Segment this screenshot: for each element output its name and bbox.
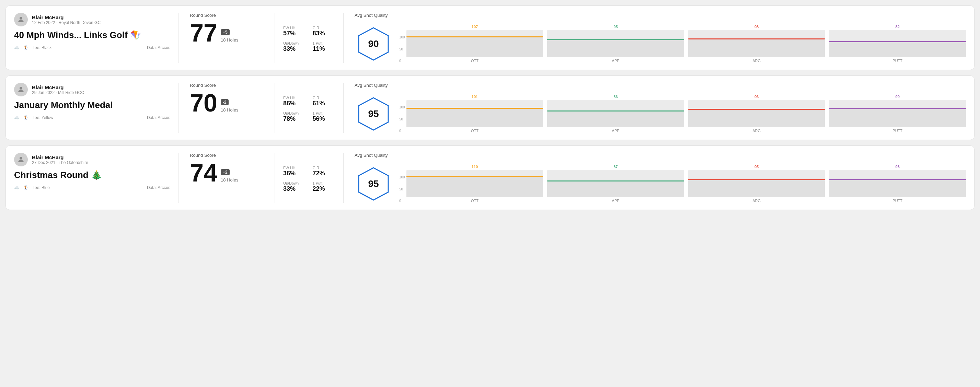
score-row: 74 +2 18 Holes <box>190 160 264 185</box>
fw-hit-stat: FW Hit 86% <box>283 96 306 107</box>
gir-value: 83% <box>313 30 336 37</box>
data-source: Data: Arccos <box>147 115 170 120</box>
bar-label-ott: OTT <box>471 59 479 63</box>
bar-line-app <box>547 39 684 40</box>
bar-label-putt: PUTT <box>892 128 902 133</box>
bottom-meta: ☁️ 🏌️ Tee: Blue Data: Arccos <box>14 185 170 190</box>
bar-fill-app <box>547 181 684 197</box>
holes-label: 18 Holes <box>221 107 238 113</box>
hexagon-container: 95 <box>355 165 392 203</box>
bar-value-app: 87 <box>613 165 617 169</box>
bottom-meta: ☁️ 🏌️ Tee: Black Data: Arccos <box>14 45 170 50</box>
bar-fill-app <box>547 40 684 57</box>
updown-stat: Up/Down 33% <box>283 181 306 192</box>
bar-fill-putt <box>829 180 966 197</box>
updown-value: 33% <box>283 185 306 192</box>
avatar <box>14 153 28 167</box>
score-section: Round Score 70 -2 18 Holes <box>179 82 275 133</box>
hexagon: 95 <box>356 97 391 131</box>
bar-value-ott: 107 <box>472 25 478 29</box>
bar-wrapper-arg <box>688 170 825 197</box>
bar-value-putt: 82 <box>896 25 900 29</box>
oneputt-stat: 1 Putt 56% <box>313 111 336 122</box>
bar-fill-ott <box>406 109 543 127</box>
svg-point-4 <box>19 157 22 160</box>
avatar <box>14 82 28 97</box>
hexagon-container: 95 <box>355 95 392 133</box>
left-section: Blair McHarg 27 Dec 2021 · The Oxfordshi… <box>14 153 179 203</box>
bar-line-ott <box>406 36 543 37</box>
stats-grid: FW Hit 36% GIR 72% Up/Down 33% 1 Putt 22… <box>283 166 335 192</box>
oneputt-label: 1 Putt <box>313 41 336 45</box>
right-section: Avg Shot Quality 90 100 50 0 107 <box>344 13 966 63</box>
bar-label-putt: PUTT <box>892 59 902 63</box>
bar-line-putt <box>829 108 966 109</box>
holes-label: 18 Holes <box>221 37 238 43</box>
fw-hit-value: 36% <box>283 170 306 177</box>
stats-section: FW Hit 86% GIR 61% Up/Down 78% 1 Putt 56… <box>275 82 344 133</box>
bar-label-ott: OTT <box>471 128 479 133</box>
data-source: Data: Arccos <box>147 185 170 190</box>
bar-group-app: 86 APP <box>547 95 684 133</box>
round-title: Christmas Round 🎄 <box>14 170 170 181</box>
gir-stat: GIR 61% <box>313 96 336 107</box>
bar-label-arg: ARG <box>752 199 760 203</box>
hexagon: 95 <box>356 167 391 201</box>
bar-label-app: APP <box>612 59 620 63</box>
big-score: 70 <box>190 90 217 115</box>
chart-area: 95 100 50 0 110 OTT 87 <box>355 165 966 203</box>
left-section: Blair McHarg 12 Feb 2022 · Royal North D… <box>14 13 179 63</box>
gir-stat: GIR 83% <box>313 26 336 37</box>
round-title: 40 Mph Winds... Links Golf 🪁 <box>14 30 170 40</box>
fw-hit-label: FW Hit <box>283 166 306 170</box>
bar-line-arg <box>688 109 825 110</box>
score-badge-wrap: +5 18 Holes <box>221 29 238 45</box>
user-info: Blair McHarg 27 Dec 2021 · The Oxfordshi… <box>14 153 170 167</box>
bar-value-putt: 93 <box>896 165 900 169</box>
stats-grid: FW Hit 86% GIR 61% Up/Down 78% 1 Putt 56… <box>283 96 335 122</box>
hexagon-score: 95 <box>368 178 379 189</box>
bar-line-ott <box>406 176 543 177</box>
hexagon-score: 90 <box>368 38 379 49</box>
gir-stat: GIR 72% <box>313 166 336 177</box>
bottom-left: ☁️ 🏌️ Tee: Black <box>14 45 51 50</box>
round-card: Blair McHarg 27 Dec 2021 · The Oxfordshi… <box>5 146 975 210</box>
bar-label-app: APP <box>612 128 620 133</box>
bar-label-arg: ARG <box>752 128 760 133</box>
bar-wrapper-app <box>547 170 684 197</box>
updown-stat: Up/Down 33% <box>283 41 306 52</box>
user-info: Blair McHarg 29 Jan 2022 · Mill Ride GCC <box>14 82 170 97</box>
bar-value-arg: 95 <box>754 165 759 169</box>
score-badge-wrap: -2 18 Holes <box>221 99 238 115</box>
bar-fill-arg <box>688 180 825 197</box>
bar-line-app <box>547 181 684 181</box>
bar-wrapper-arg <box>688 30 825 57</box>
bottom-left: ☁️ 🏌️ Tee: Yellow <box>14 115 53 120</box>
bar-fill-app <box>547 111 684 127</box>
right-section: Avg Shot Quality 95 100 50 0 110 <box>344 153 966 203</box>
user-name: Blair McHarg <box>32 14 100 20</box>
user-name: Blair McHarg <box>32 154 88 160</box>
bar-wrapper-ott <box>406 100 543 127</box>
updown-label: Up/Down <box>283 111 306 115</box>
big-score: 74 <box>190 160 217 185</box>
bar-fill-putt <box>829 42 966 57</box>
bar-group-ott: 110 OTT <box>406 165 543 203</box>
bar-line-arg <box>688 38 825 40</box>
user-info: Blair McHarg 12 Feb 2022 · Royal North D… <box>14 13 170 26</box>
gir-value: 72% <box>313 170 336 177</box>
left-section: Blair McHarg 29 Jan 2022 · Mill Ride GCC… <box>14 82 179 133</box>
oneputt-stat: 1 Putt 11% <box>313 41 336 52</box>
stats-section: FW Hit 57% GIR 83% Up/Down 33% 1 Putt 11… <box>275 13 344 63</box>
bar-fill-ott <box>406 177 543 197</box>
score-row: 70 -2 18 Holes <box>190 90 264 115</box>
bar-fill-arg <box>688 110 825 127</box>
bar-line-ott <box>406 108 543 109</box>
oneputt-label: 1 Putt <box>313 111 336 115</box>
user-details: Blair McHarg 29 Jan 2022 · Mill Ride GCC <box>32 84 84 95</box>
user-details: Blair McHarg 12 Feb 2022 · Royal North D… <box>32 14 100 25</box>
user-meta: 27 Dec 2021 · The Oxfordshire <box>32 160 88 165</box>
bar-group-arg: 96 ARG <box>688 95 825 133</box>
bar-label-app: APP <box>612 199 620 203</box>
bar-group-ott: 107 OTT <box>406 25 543 63</box>
